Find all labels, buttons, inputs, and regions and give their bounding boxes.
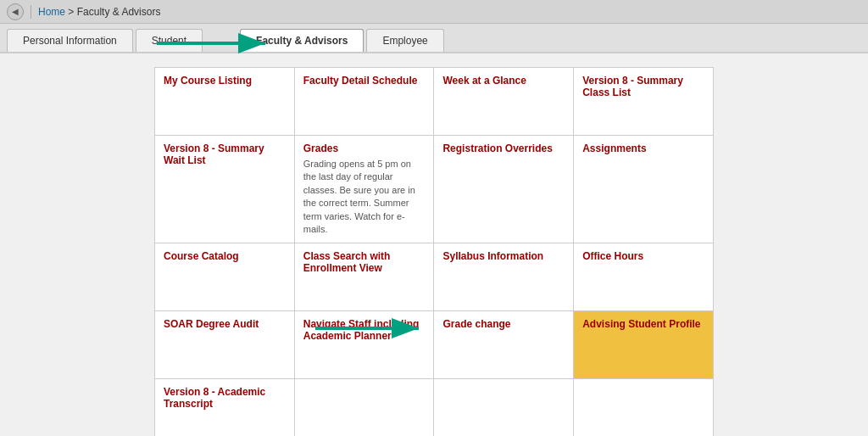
grid-cell-version8-summary-wait-list: Version 8 - Summary Wait List — [155, 136, 295, 243]
link-office-hours[interactable]: Office Hours — [582, 250, 643, 262]
grid-cell-class-search-enrollment: Class Search with Enrollment View — [294, 243, 434, 311]
link-my-course-listing[interactable]: My Course Listing — [164, 75, 252, 87]
link-version8-academic-transcript[interactable]: Version 8 - Academic Transcript — [164, 386, 265, 410]
nav-arrow — [157, 31, 275, 56]
row-arrow — [315, 318, 426, 338]
grid-cell-faculty-detail-schedule: Faculty Detail Schedule — [294, 68, 434, 136]
grid-cell-my-course-listing: My Course Listing — [155, 68, 295, 136]
link-grade-change[interactable]: Grade change — [442, 318, 510, 330]
link-version8-summary-wait-list[interactable]: Version 8 - Summary Wait List — [164, 143, 264, 166]
grid-cell-assignments: Assignments — [574, 136, 714, 243]
grid-cell-advising-student-profile: Advising Student Profile — [574, 311, 714, 379]
grid-cell-registration-overrides: Registration Overrides — [434, 136, 574, 243]
divider — [31, 5, 31, 19]
nav-tabs-bar: Personal Information Student Faculty & A… — [0, 24, 868, 53]
main-content: My Course ListingFaculty Detail Schedule… — [0, 53, 868, 436]
link-version8-summary-class-list[interactable]: Version 8 - Summary Class List — [582, 75, 683, 98]
grid-cell-soar-degree-audit: SOAR Degree Audit — [155, 311, 295, 379]
subtext-grades: Grading opens at 5 pm on the last day of… — [303, 158, 426, 236]
link-class-search-enrollment[interactable]: Class Search with Enrollment View — [303, 250, 391, 274]
top-bar: ◀ Home > Faculty & Advisors — [0, 0, 868, 24]
link-assignments[interactable]: Assignments — [582, 143, 646, 154]
link-advising-student-profile[interactable]: Advising Student Profile — [582, 318, 700, 330]
grid-cell-empty3 — [574, 379, 714, 436]
grid-cell-empty2 — [434, 379, 574, 436]
grid-cell-office-hours: Office Hours — [574, 243, 714, 311]
link-course-catalog[interactable]: Course Catalog — [164, 250, 239, 262]
link-grades[interactable]: Grades — [303, 143, 338, 154]
link-syllabus-information[interactable]: Syllabus Information — [442, 250, 543, 262]
grid-cell-empty1 — [294, 379, 434, 436]
breadcrumb-home[interactable]: Home — [38, 6, 65, 18]
link-faculty-detail-schedule[interactable]: Faculty Detail Schedule — [303, 75, 418, 87]
tab-employee[interactable]: Employee — [366, 29, 443, 52]
grid-cell-week-at-a-glance: Week at a Glance — [434, 68, 574, 136]
menu-grid: My Course ListingFaculty Detail Schedule… — [154, 67, 714, 436]
link-registration-overrides[interactable]: Registration Overrides — [442, 143, 552, 154]
back-icon: ◀ — [12, 7, 19, 16]
link-soar-degree-audit[interactable]: SOAR Degree Audit — [164, 318, 259, 330]
breadcrumb-separator: > — [68, 6, 76, 18]
breadcrumb-current: Faculty & Advisors — [77, 6, 161, 18]
tab-personal-information[interactable]: Personal Information — [7, 29, 133, 52]
grid-cell-version8-academic-transcript: Version 8 - Academic Transcript — [155, 379, 295, 436]
link-week-at-a-glance[interactable]: Week at a Glance — [442, 75, 526, 87]
grid-cell-version8-summary-class-list: Version 8 - Summary Class List — [574, 68, 714, 136]
back-button[interactable]: ◀ — [7, 3, 24, 20]
grid-cell-grade-change: Grade change — [434, 311, 574, 379]
grid-cell-course-catalog: Course Catalog — [155, 243, 295, 311]
breadcrumb: Home > Faculty & Advisors — [38, 6, 160, 18]
grid-cell-syllabus-information: Syllabus Information — [434, 243, 574, 311]
grid-cell-grades: GradesGrading opens at 5 pm on the last … — [294, 136, 434, 243]
